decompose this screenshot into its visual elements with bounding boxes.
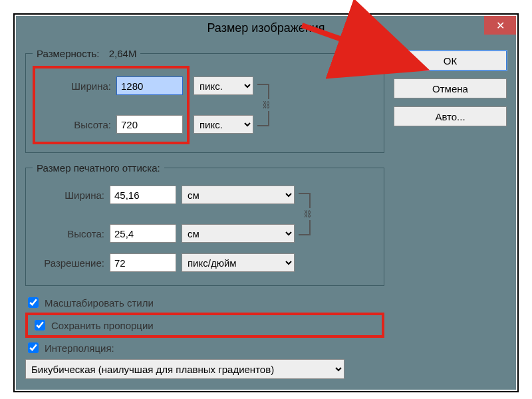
pixel-height-label: Высота: [39,119,111,130]
cancel-button[interactable]: Отмена [394,78,507,98]
chain-icon: ⛓ [303,208,312,220]
interpolation-method-select[interactable]: Бикубическая (наилучшая для плавных град… [25,359,344,379]
titlebar: Размер изображения ✕ [16,16,516,40]
print-width-input[interactable] [110,186,176,204]
constrain-proportions-checkbox[interactable] [35,320,45,331]
close-icon: ✕ [496,19,505,32]
pixel-width-input[interactable] [116,76,183,95]
resolution-label: Разрешение: [33,257,104,269]
constrain-proportions-row[interactable]: Сохранить пропорции [32,318,378,332]
scale-styles-label: Масштабировать стили [45,297,154,309]
pixel-width-label: Ширина: [39,80,111,92]
pixel-height-input[interactable] [116,115,183,134]
resolution-input[interactable] [110,253,176,272]
interpolation-row[interactable]: Интерполяция: [25,340,384,355]
chain-icon: ⛓ [261,99,271,111]
print-height-unit-select[interactable]: см [182,224,295,243]
print-width-unit-select[interactable]: см [182,186,295,204]
pixel-dimensions-legend: Размерность: 2,64M [33,48,140,59]
close-button[interactable]: ✕ [484,16,516,35]
interpolation-label: Интерполяция: [45,342,114,354]
image-size-dialog: Размер изображения ✕ Размерность: 2,64M … [16,16,516,390]
print-height-input[interactable] [110,224,176,243]
scale-styles-row[interactable]: Масштабировать стили [25,295,384,310]
file-size: 2,64M [109,48,137,59]
constrain-highlight: Сохранить пропорции [25,313,384,338]
print-size-legend: Размер печатного оттиска: [33,162,164,174]
ok-button[interactable]: ОК [394,51,507,70]
interpolation-checkbox[interactable] [28,342,39,353]
print-height-label: Высота: [33,228,104,239]
print-size-group: Размер печатного оттиска: Ширина: см Выс… [25,162,384,286]
constrain-proportions-label: Сохранить пропорции [51,320,154,331]
resolution-unit-select[interactable]: пикс/дюйм [182,253,295,272]
pixel-link-bracket: ⛓ [257,84,269,126]
pixel-wh-highlight: Ширина: Высота: [33,66,190,144]
print-width-label: Ширина: [33,190,104,201]
scale-styles-checkbox[interactable] [28,297,39,308]
pixel-width-unit-select[interactable]: пикс. [194,76,253,95]
pixel-dimensions-group: Размерность: 2,64M Ширина: Высота: [25,48,384,153]
pixel-height-unit-select[interactable]: пикс. [194,115,253,134]
auto-button[interactable]: Авто... [394,106,507,126]
options-checkboxes: Масштабировать стили Сохранить пропорции… [25,295,384,379]
print-link-bracket: ⛓ [299,193,311,235]
dialog-title: Размер изображения [207,21,325,35]
